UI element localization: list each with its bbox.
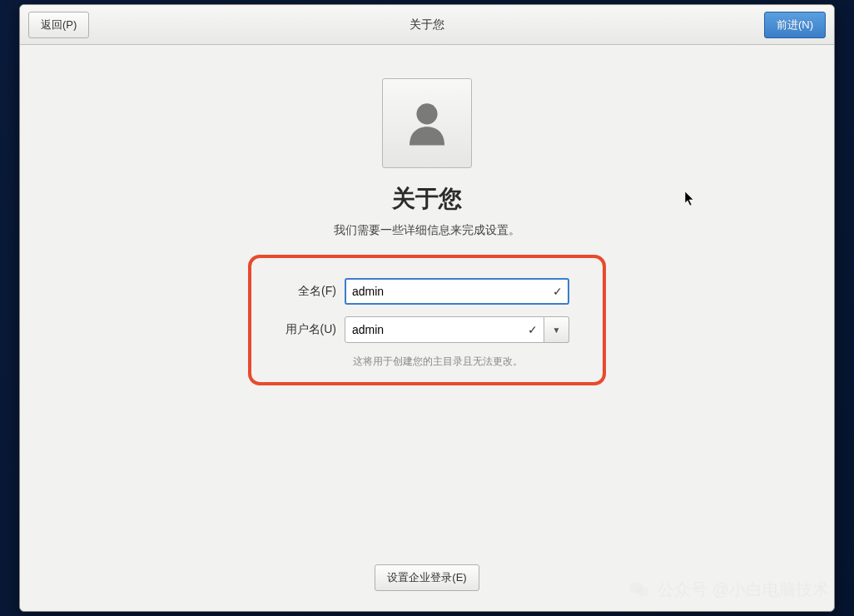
form-highlight-box: 全名(F) ✓ 用户名(U) ✓ ▼ 这将用于创建 [248,255,606,385]
username-row: 用户名(U) ✓ ▼ [276,316,569,343]
setup-window: 返回(P) 关于您 前进(N) 关于您 我们需要一些详细信息来完成设置。 全名(… [19,4,835,612]
username-label: 用户名(U) [276,322,345,337]
fullname-label: 全名(F) [276,284,345,299]
titlebar: 返回(P) 关于您 前进(N) [20,5,834,45]
page-headline: 关于您 [392,183,462,215]
username-input[interactable] [345,316,544,343]
username-dropdown-button[interactable]: ▼ [544,316,569,343]
cursor-icon [683,191,698,211]
page-subhead: 我们需要一些详细信息来完成设置。 [334,223,520,238]
user-icon [398,94,456,152]
fullname-row: 全名(F) ✓ [276,278,569,305]
window-title: 关于您 [410,17,444,32]
enterprise-login-button[interactable]: 设置企业登录(E) [375,564,479,591]
forward-button[interactable]: 前进(N) [764,12,826,38]
fullname-input[interactable] [345,278,569,305]
svg-point-0 [416,103,437,124]
username-hint: 这将用于创建您的主目录且无法更改。 [353,355,569,369]
back-button[interactable]: 返回(P) [28,12,89,38]
avatar-picker[interactable] [382,78,472,168]
content-area: 关于您 我们需要一些详细信息来完成设置。 全名(F) ✓ 用户名(U) ✓ [20,45,834,551]
chevron-down-icon: ▼ [553,325,561,335]
footer: 设置企业登录(E) [20,551,834,611]
